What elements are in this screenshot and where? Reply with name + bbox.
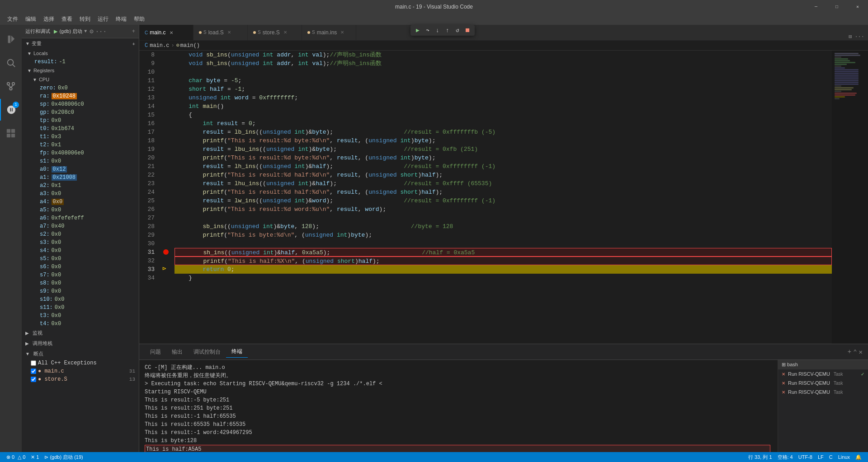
reg-gp: gp: 0x208c0 [22, 108, 139, 117]
tab-main-c[interactable]: C main.c ✕ [139, 25, 193, 40]
tab-terminal[interactable]: 终端 [226, 346, 248, 358]
line-numbers: 8 9 10 11 12 13 14 15 16 17 18 19 20 21 … [139, 51, 162, 344]
svg-rect-9 [7, 134, 10, 137]
debug-step-into-btn[interactable]: ↓ [433, 26, 442, 35]
cpu-header[interactable]: ▼ CPU [22, 75, 139, 84]
locals-header[interactable]: ▼ Locals [22, 49, 139, 58]
minimize-button[interactable]: ─ [806, 0, 826, 14]
tab-load-s-close[interactable]: ✕ [227, 30, 231, 35]
callstack-header[interactable]: ▶ 调用堆栈 [22, 338, 139, 349]
activity-search[interactable] [0, 52, 22, 74]
gutter-11 [162, 76, 171, 85]
tab-main-ins-dot [307, 31, 310, 34]
activity-source-control[interactable] [0, 75, 22, 97]
bp-all-cpp-checkbox[interactable] [31, 360, 36, 366]
menu-select[interactable]: 选择 [40, 14, 58, 25]
gutter-16 [162, 119, 171, 128]
activity-explorer[interactable] [0, 28, 22, 50]
svg-point-2 [7, 83, 10, 85]
reg-a0-value: 0x12 [52, 166, 67, 173]
split-editor-icon[interactable]: ⊞ [849, 33, 852, 40]
menu-terminal[interactable]: 终端 [112, 14, 130, 25]
reg-a7: a7: 0x40 [22, 222, 139, 230]
reg-s8: s8: 0x0 [22, 279, 139, 287]
status-eol[interactable]: LF [815, 454, 826, 461]
tab-more-icon[interactable]: ··· [854, 34, 864, 40]
tab-load-s[interactable]: S load.S ✕ [193, 25, 248, 40]
status-debug[interactable]: ⊳ (gdb) 启动 (19) [42, 454, 85, 461]
add-icon[interactable]: + [132, 28, 135, 35]
gutter-12 [162, 85, 171, 93]
tab-debug-console[interactable]: 调试控制台 [188, 346, 226, 358]
run-item-3[interactable]: ✕ Run RISCV-QEMU Task [778, 387, 868, 397]
svg-point-4 [9, 88, 12, 90]
terminal-maximize-icon[interactable]: ⌃ [853, 348, 857, 356]
activity-debug[interactable]: 1 [0, 99, 22, 121]
debug-continue-btn[interactable]: ▶ [413, 26, 422, 35]
activity-extensions[interactable] [0, 122, 22, 144]
registers-header[interactable]: ▼ Registers [22, 66, 139, 75]
bp-main-c-checkbox[interactable] [31, 369, 36, 374]
status-spaces[interactable]: 空格: 4 [775, 454, 796, 461]
settings-icon[interactable]: ⚙ [90, 28, 93, 35]
status-language[interactable]: C [826, 454, 835, 461]
debug-stop-btn[interactable]: ⏹ [463, 26, 472, 35]
more-icon[interactable]: ··· [95, 28, 107, 35]
close-button[interactable]: ✕ [847, 0, 868, 14]
terminal-close-icon[interactable]: ✕ [859, 348, 863, 356]
tab-store-s-close[interactable]: ✕ [283, 30, 287, 35]
tab-output[interactable]: 输出 [166, 346, 188, 358]
bp-main-c[interactable]: ● main.c 31 [22, 367, 139, 375]
svg-line-6 [11, 85, 14, 88]
status-problems[interactable]: ✕ 1 [28, 454, 42, 460]
play-icon[interactable]: ▶ [54, 28, 57, 35]
tab-problems[interactable]: 问题 [145, 346, 166, 358]
code-line-30 [175, 239, 832, 248]
variables-add-icon[interactable]: + [132, 41, 135, 47]
svg-point-0 [8, 60, 14, 65]
debug-restart-btn[interactable]: ↺ [453, 26, 462, 35]
run-item-1-label: Run RISCV-QEMU [788, 371, 830, 377]
menu-goto[interactable]: 转到 [76, 14, 94, 25]
current-arrow: ⊳ [162, 266, 166, 272]
title-bar: main.c - 19 - Visual Studio Code ─ □ ✕ [0, 0, 868, 14]
terminal-add-icon[interactable]: + [848, 348, 851, 355]
breakpoints-header[interactable]: ▼ 断点 [22, 349, 139, 359]
tab-main-ins[interactable]: S main.ins ✕ [302, 25, 356, 40]
terminal-content[interactable]: CC -[M] 正在构建... main.o 终端将被任务重用，按任意键关闭。 … [139, 360, 778, 452]
status-os[interactable]: Linux [835, 454, 853, 461]
variables-header[interactable]: ▼ 变量 + [22, 38, 139, 49]
tab-store-s[interactable]: S store.S ✕ [248, 25, 302, 40]
tab-main-ins-close[interactable]: ✕ [340, 30, 344, 35]
watch-label: 监视 [33, 330, 42, 336]
code-content[interactable]: void sb_ins(unsigned int addr, int val);… [171, 51, 832, 344]
status-debug-label: (gdb) 启动 (19) [50, 454, 83, 461]
maximize-button[interactable]: □ [826, 0, 847, 14]
code-line-31: sh_ins((unsigned int)&half, 0xa5a5); //h… [175, 248, 832, 257]
status-position[interactable]: 行 33, 列 1 [745, 454, 775, 461]
status-feedback-icon[interactable]: 🔔 [853, 454, 864, 461]
code-line-34: } [175, 274, 832, 282]
bp-store-s[interactable]: ● store.S 13 [22, 375, 139, 383]
menu-help[interactable]: 帮助 [130, 14, 148, 25]
callstack-arrow: ▶ [25, 341, 29, 346]
code-line-19: result = lbu_ins((unsigned int)&byte); /… [175, 145, 832, 154]
tab-store-s-dot [253, 31, 256, 34]
bp-store-s-checkbox[interactable] [31, 377, 36, 382]
tab-main-c-close[interactable]: ✕ [170, 30, 173, 35]
code-editor[interactable]: 8 9 10 11 12 13 14 15 16 17 18 19 20 21 … [139, 51, 868, 344]
debug-step-over-btn[interactable]: ↷ [423, 26, 432, 35]
run-item-2[interactable]: ✕ Run RISCV-QEMU Task [778, 378, 868, 387]
status-errors[interactable]: ⊗ 0 △ 0 [4, 454, 28, 460]
menu-run[interactable]: 运行 [94, 14, 112, 25]
bp-all-cpp[interactable]: All C++ Exceptions [22, 359, 139, 367]
config-dropdown-icon[interactable]: ▼ [84, 29, 87, 34]
status-encoding[interactable]: UTF-8 [796, 454, 815, 461]
reg-t3: t3: 0x0 [22, 312, 139, 320]
run-item-1[interactable]: ✕ Run RISCV-QEMU Task ✓ [778, 369, 868, 378]
menu-file[interactable]: 文件 [4, 14, 22, 25]
debug-step-out-btn[interactable]: ↑ [443, 26, 452, 35]
menu-view[interactable]: 查看 [58, 14, 76, 25]
watch-header[interactable]: ▶ 监视 [22, 328, 139, 338]
menu-edit[interactable]: 编辑 [22, 14, 40, 25]
